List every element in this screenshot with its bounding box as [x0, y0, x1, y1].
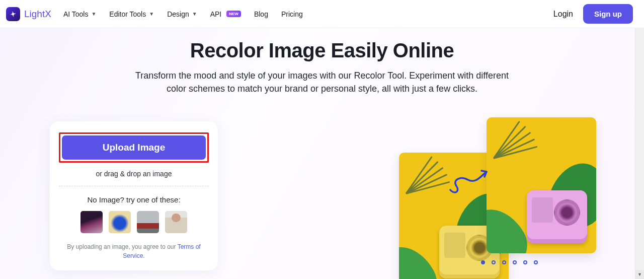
carousel-dot[interactable]	[502, 260, 506, 264]
nav-design[interactable]: Design ▼	[167, 10, 197, 18]
content-row: Upload Image or drag & drop an image No …	[43, 121, 601, 270]
nav-editor-tools[interactable]: Editor Tools ▼	[109, 10, 154, 18]
carousel-dot[interactable]	[523, 260, 527, 264]
sample-car[interactable]	[137, 211, 159, 233]
page-subtitle: Transform the mood and style of your ima…	[131, 69, 513, 95]
legal-text: By uploading an image, you agree to our …	[59, 242, 209, 260]
chevron-down-icon: ▼	[192, 11, 197, 17]
login-link[interactable]: Login	[553, 10, 573, 19]
sample-thumbnails	[59, 211, 209, 233]
legal-pre: By uploading an image, you agree to our	[67, 243, 177, 250]
nav-label: AI Tools	[63, 10, 89, 18]
nav-api[interactable]: API NEW	[210, 10, 241, 18]
logo[interactable]: ✦ LightX	[6, 7, 51, 21]
scroll-down-icon[interactable]: ▼	[635, 270, 644, 279]
page-title: Recolor Image Easily Online	[0, 39, 644, 62]
header: ✦ LightX AI Tools ▼ Editor Tools ▼ Desig…	[0, 0, 644, 28]
divider	[59, 186, 209, 186]
demo-images	[385, 117, 596, 268]
new-badge: NEW	[226, 11, 241, 17]
no-image-text: No Image? try one of these:	[59, 195, 209, 204]
chevron-down-icon: ▼	[91, 11, 96, 17]
sample-headphones[interactable]	[109, 211, 131, 233]
arrow-icon	[445, 166, 491, 196]
highlight-box: Upload Image	[59, 132, 209, 163]
nav-label: Design	[167, 10, 189, 18]
main: Recolor Image Easily Online Transform th…	[0, 28, 644, 270]
chevron-down-icon: ▼	[149, 11, 154, 17]
nav-blog[interactable]: Blog	[254, 10, 268, 18]
carousel-dot[interactable]	[492, 260, 496, 264]
logo-icon: ✦	[6, 7, 20, 21]
upload-image-button[interactable]: Upload Image	[62, 135, 206, 160]
header-right: Login Sign up	[553, 4, 633, 24]
nav-label: Editor Tools	[109, 10, 146, 18]
carousel-dots	[481, 260, 538, 264]
demo-image-after	[487, 117, 596, 253]
sample-woman-dress[interactable]	[80, 211, 103, 233]
carousel-dot[interactable]	[534, 260, 538, 264]
nav-label: Blog	[254, 10, 268, 18]
carousel-dot[interactable]	[513, 260, 517, 264]
scrollbar[interactable]: ▲ ▼	[635, 0, 644, 279]
signup-button[interactable]: Sign up	[583, 4, 633, 24]
drag-drop-text: or drag & drop an image	[59, 170, 209, 178]
upload-card: Upload Image or drag & drop an image No …	[50, 121, 218, 270]
sample-man-suit[interactable]	[165, 211, 187, 233]
logo-text: LightX	[24, 9, 51, 20]
nav-pricing[interactable]: Pricing	[281, 10, 303, 18]
carousel-dot[interactable]	[481, 260, 485, 264]
nav-label: Pricing	[281, 10, 303, 18]
nav-ai-tools[interactable]: AI Tools ▼	[63, 10, 96, 18]
main-nav: AI Tools ▼ Editor Tools ▼ Design ▼ API N…	[63, 10, 303, 18]
nav-label: API	[210, 10, 222, 18]
